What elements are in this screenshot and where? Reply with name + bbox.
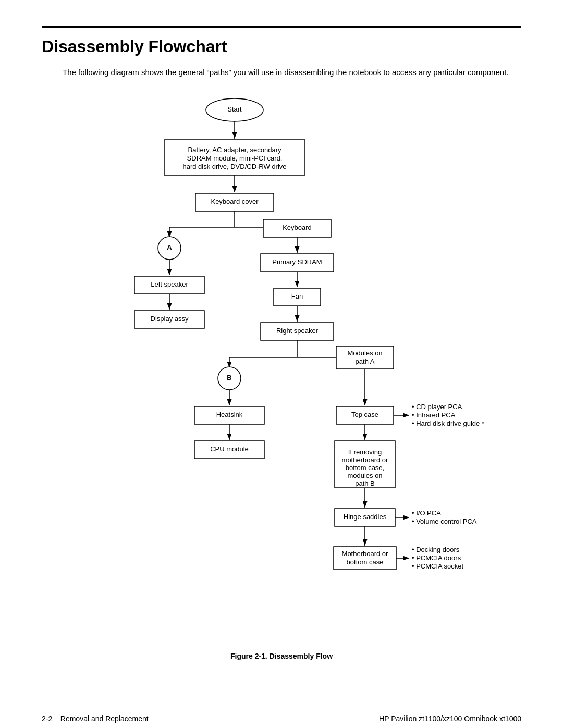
hinge-saddles-label: Hinge saddles <box>344 513 387 521</box>
display-assy-label: Display assy <box>151 315 189 323</box>
hinge-note-1: • I/O PCA <box>412 509 441 517</box>
page-title: Disassembly Flowchart <box>42 37 521 56</box>
top-case-note-2: • Infrared PCA <box>412 411 456 419</box>
modules-path-a-label-2: path A <box>356 357 375 365</box>
footer-section: Removal and Replacement <box>60 714 149 723</box>
figure-caption: Figure 2-1. Disassembly Flow <box>42 652 521 660</box>
heatsink-label: Heatsink <box>216 411 243 418</box>
motherboard-label-2: bottom case <box>347 558 384 566</box>
if-removing-label-4: modules on <box>347 472 382 479</box>
keyboard-cover-label: Keyboard cover <box>211 198 259 205</box>
battery-label-1: Battery, AC adapter, secondary <box>188 146 282 154</box>
node-b-label: B <box>227 374 231 381</box>
footer: 2-2 Removal and Replacement HP Pavilion … <box>0 709 563 728</box>
cpu-module-label: CPU module <box>210 445 249 453</box>
start-label: Start <box>227 105 242 113</box>
battery-label-3: hard disk drive, DVD/CD-RW drive <box>182 163 286 170</box>
content: Disassembly Flowchart The following diag… <box>0 0 563 709</box>
left-speaker-label: Left speaker <box>151 280 188 288</box>
footer-left: 2-2 Removal and Replacement <box>42 714 149 723</box>
keyboard-label: Keyboard <box>283 224 312 231</box>
motherboard-note-2: • PCMCIA doors <box>412 554 461 562</box>
if-removing-label-5: path B <box>355 479 375 487</box>
footer-page-number: 2-2 <box>42 714 52 723</box>
top-case-label: Top case <box>351 411 378 418</box>
if-removing-label-2: motherboard or <box>342 456 389 464</box>
fan-label: Fan <box>291 292 303 300</box>
node-a-label: A <box>167 243 172 251</box>
motherboard-note-1: • Docking doors <box>412 546 460 553</box>
footer-right: HP Pavilion zt1100/xz100 Omnibook xt1000 <box>379 714 521 723</box>
if-removing-label-1: If removing <box>348 448 382 456</box>
primary-sdram-label: Primary SDRAM <box>272 258 322 266</box>
flowchart-svg: Start Battery, AC adapter, secondary SDR… <box>78 94 485 641</box>
top-case-note-1: • CD player PCA <box>412 403 462 411</box>
top-rule <box>42 26 521 28</box>
flowchart-container: Start Battery, AC adapter, secondary SDR… <box>42 94 521 641</box>
if-removing-label-3: bottom case, <box>346 464 384 472</box>
top-case-note-3: • Hard disk drive guide * <box>412 419 484 427</box>
battery-label-2: SDRAM module, mini-PCI card, <box>187 154 283 162</box>
intro-text: The following diagram shows the general … <box>63 67 521 79</box>
hinge-note-2: • Volume control PCA <box>412 517 477 525</box>
right-speaker-label: Right speaker <box>276 327 319 335</box>
page: Disassembly Flowchart The following diag… <box>0 0 563 728</box>
motherboard-label-1: Motherboard or <box>342 550 389 558</box>
modules-path-a-label-1: Modules on <box>347 349 382 357</box>
motherboard-note-3: • PCMCIA socket <box>412 562 464 570</box>
